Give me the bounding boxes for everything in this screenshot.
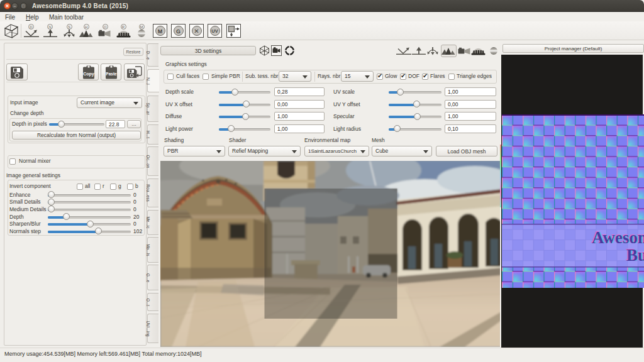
svg-text:Paste: Paste <box>106 72 117 76</box>
svg-text:Copy: Copy <box>83 72 94 77</box>
svg-text:Bump: Bump <box>626 246 644 265</box>
svg-text:Awesome: Awesome <box>592 228 644 247</box>
